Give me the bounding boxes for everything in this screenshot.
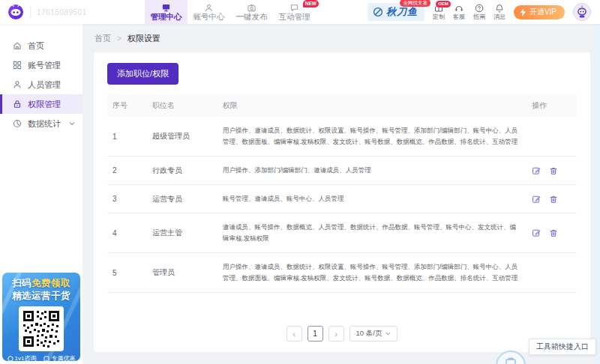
promo-title-free: 免费领取: [32, 278, 70, 288]
tool-guide[interactable]: 指南: [473, 4, 485, 20]
divider: [30, 7, 31, 17]
prev-page-button[interactable]: ‹: [286, 326, 302, 342]
tool-service[interactable]: 客服: [453, 4, 465, 20]
edit-icon[interactable]: [532, 228, 541, 237]
sidebar-item-data-statistics[interactable]: 数据统计: [0, 114, 82, 133]
add-role-permission-button[interactable]: 添加职位/权限: [107, 63, 178, 85]
brand-qiudaoyu[interactable]: 全网找文案 秋刀鱼: [368, 3, 424, 21]
sidebar-item-label: 权限管理: [28, 99, 61, 110]
chat-bubble-icon: [290, 4, 298, 12]
header-permissions: 权限: [223, 100, 532, 111]
brand-name: 秋刀鱼: [386, 5, 418, 19]
breadcrumb-home[interactable]: 首页: [94, 33, 111, 44]
tool-label: 客服: [453, 13, 465, 20]
row-actions: [532, 195, 577, 204]
sidebar-item-home[interactable]: 首页: [0, 36, 82, 55]
promo-discount: 专属优惠: [44, 354, 75, 361]
workbench-icon: [162, 4, 170, 12]
table-row: 2 行政专员 用户操作、添加部门/编辑部门、邀请成员、人员管理: [107, 157, 577, 185]
vip-label: 开通VIP: [530, 7, 556, 17]
promo-qr-card[interactable]: 扫码免费领取 精选运营干货: [2, 273, 80, 361]
qr-code-image: [22, 309, 61, 348]
row-no: 3: [107, 195, 148, 203]
account-phone: 17615089501: [37, 8, 87, 16]
row-role: 运营主管: [148, 228, 223, 238]
nav-item-account-center[interactable]: 账号中心: [188, 0, 230, 24]
row-no: 4: [107, 229, 148, 237]
breadcrumb: 首页 > 权限设置: [82, 24, 600, 52]
row-no: 5: [107, 269, 148, 277]
sidebar-item-label: 数据统计: [28, 118, 61, 130]
row-no: 2: [107, 166, 148, 175]
row-role: 超级管理员: [148, 131, 223, 142]
header-no: 序号: [107, 100, 148, 111]
scrollbar-track[interactable]: [595, 24, 600, 364]
header-actions: 操作: [532, 100, 577, 111]
main-content: 首页 > 权限设置 添加职位/权限 序号 职位名 权限 操作 1 超级管理员 用…: [82, 24, 600, 364]
current-page[interactable]: 1: [308, 326, 323, 342]
topbar-right: 全网找文案 秋刀鱼 OEM 定制 客服 指南 消息: [368, 3, 600, 21]
nav-label: 账号中心: [194, 13, 225, 21]
bell-icon: [495, 4, 504, 13]
toolbox-tooltip: 工具箱快捷入口: [529, 339, 596, 355]
topbar: 17615089501 管理中心 账号中心 一键发布 NEW 互动管理: [0, 0, 600, 24]
sidebar-item-account-manage[interactable]: 账号管理: [0, 55, 82, 75]
user-avatar[interactable]: [573, 3, 591, 21]
row-actions: [532, 228, 577, 237]
row-actions: [532, 166, 577, 175]
sidebar-menu: 首页 账号管理 人员管理 权限管理 数据统计: [0, 24, 82, 133]
table-row: 4 运营主管 邀请成员、账号操作、数据概览、人员管理、数据统计、作品数据、账号管…: [107, 213, 577, 253]
row-permissions: 用户操作、邀请成员、数据统计、权限设置、账号操作、账号管理、添加部门/编辑部门、…: [223, 261, 532, 284]
sidebar-item-label: 账号管理: [28, 60, 61, 71]
page-size-select[interactable]: 10 条/页: [350, 326, 398, 342]
promo-discount-label: 专属优惠: [51, 354, 75, 361]
user-icon: [205, 4, 213, 12]
topbar-left: 17615089501: [0, 4, 87, 20]
pie-chart-icon: [13, 119, 22, 128]
promo-title-line2: 精选运营干货: [2, 290, 80, 303]
headset-icon: [454, 4, 464, 13]
tool-message[interactable]: 消息: [494, 4, 506, 20]
sidebar: 首页 账号管理 人员管理 权限管理 数据统计 扫码免费领取: [0, 24, 82, 364]
delete-icon[interactable]: [549, 228, 558, 237]
nav-item-interaction-manage[interactable]: NEW 互动管理: [273, 0, 316, 24]
avatar-robot-icon: [575, 5, 589, 19]
oem-badge: OEM: [436, 1, 451, 7]
edit-icon[interactable]: [532, 195, 541, 204]
promo-title-scan: 扫码: [12, 278, 32, 288]
lock-icon: [13, 100, 22, 109]
tool-label: 指南: [473, 13, 485, 20]
sidebar-item-permission-manage[interactable]: 权限管理: [0, 94, 82, 114]
permissions-table: 序号 职位名 权限 操作 1 超级管理员 用户操作、邀请成员、数据统计、权限设置…: [107, 94, 577, 293]
nav-item-one-click-publish[interactable]: 一键发布: [230, 0, 273, 24]
tool-label: 消息: [494, 13, 506, 20]
promo-footer: 1v1咨询 专属优惠: [2, 354, 80, 361]
table-row: 1 超级管理员 用户操作、邀请成员、数据统计、权限设置、账号操作、账号管理、添加…: [107, 117, 577, 157]
nav-item-manage-center[interactable]: 管理中心: [145, 0, 188, 24]
app-logo-icon: [8, 4, 24, 20]
tool-label: 定制: [433, 13, 445, 20]
row-no: 1: [107, 133, 148, 141]
qr-code: [19, 306, 64, 351]
table-row: 3 运营专员 账号管理、邀请成员、账号中心、人员管理: [107, 185, 577, 213]
table-header: 序号 职位名 权限 操作: [107, 94, 577, 117]
delete-icon[interactable]: [549, 166, 558, 175]
sidebar-item-staff-manage[interactable]: 人员管理: [0, 75, 82, 94]
page-size-value: 10 条/页: [356, 329, 382, 339]
next-page-button[interactable]: ›: [328, 326, 344, 342]
open-vip-button[interactable]: 开通VIP: [514, 5, 565, 19]
chevron-down-icon: [386, 331, 391, 336]
table-row: 5 管理员 用户操作、邀请成员、数据统计、权限设置、账号操作、账号管理、添加部门…: [107, 253, 577, 293]
chevron-down-icon: [69, 121, 75, 127]
brand-badge: 全网找文案: [400, 0, 430, 7]
new-badge: NEW: [303, 0, 319, 7]
header-role: 职位名: [148, 100, 223, 111]
tool-custom[interactable]: OEM 定制: [433, 4, 445, 20]
edit-icon[interactable]: [532, 166, 541, 175]
delete-icon[interactable]: [549, 195, 558, 204]
person-icon: [13, 80, 22, 89]
row-permissions: 用户操作、添加部门/编辑部门、邀请成员、人员管理: [223, 165, 532, 176]
promo-consult-label: 1v1咨询: [15, 354, 37, 361]
grid-icon: [13, 61, 22, 70]
gift-mini-icon: [44, 356, 50, 362]
